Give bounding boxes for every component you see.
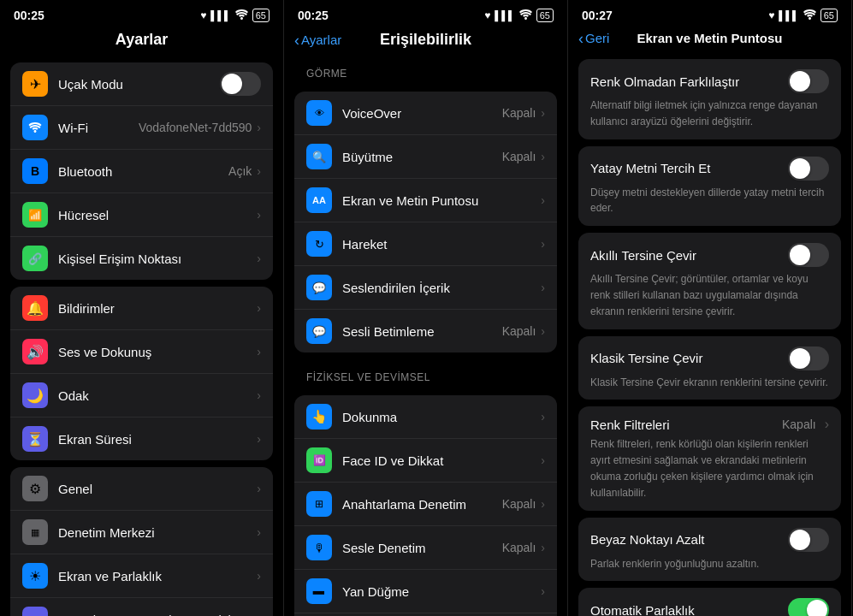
sound-icon: 🔊: [22, 339, 48, 364]
airplane-label: Uçak Modu: [58, 77, 220, 92]
row-smart-invert[interactable]: Akıllı Tersine Çevir Akıllı Tersine Çevi…: [578, 233, 841, 329]
scroll-area-3[interactable]: Renk Olmadan Farklılaştır Alternatif bil…: [568, 52, 851, 616]
display-label: Ekran ve Parlaklık: [58, 569, 257, 583]
airplane-toggle[interactable]: [220, 72, 261, 96]
status-icons-2: ♥ ▌▌▌ 65: [484, 9, 554, 22]
sidebutton-icon: ▐: [306, 578, 332, 604]
toggle-color-diff[interactable]: [788, 69, 829, 93]
group-prefer-horizontal: Yatay Metni Tercih Et Düşey metni destek…: [578, 146, 841, 227]
row-screentime[interactable]: ⏳ Ekran Süresi ›: [10, 418, 273, 460]
row-color-diff-header: Renk Olmadan Farklılaştır: [590, 69, 829, 93]
header-2: ‹ Ayarlar Erişilebilirlik: [284, 27, 567, 56]
header-1: Ayarlar: [0, 27, 283, 56]
toggle-classic-invert[interactable]: [788, 346, 829, 370]
homescreen-icon: ▦: [22, 607, 48, 616]
row-spoken[interactable]: 💬 Seslendirilen İçerik ›: [294, 266, 557, 310]
airplane-icon: ✈: [22, 71, 48, 97]
row-prefer-horiz-desc: Düşey metni destekleyen dillerde yatay m…: [590, 187, 824, 215]
row-faceid[interactable]: 🆔 Face ID ve Dikkat ›: [294, 439, 557, 483]
status-icons-3: ♥ ▌▌▌ 65: [768, 9, 838, 22]
row-color-filters-value: Kapalı: [782, 418, 816, 431]
row-color-diff[interactable]: Renk Olmadan Farklılaştır Alternatif bil…: [578, 59, 841, 139]
row-display[interactable]: ☀ Ekran ve Parlaklık ›: [10, 554, 273, 598]
hotspot-label: Kişisel Erişim Noktası: [58, 252, 257, 266]
page-title-2: Erişilebilirlik: [380, 31, 471, 49]
row-wifi[interactable]: Wi-Fi VodafoneNet-7dd590 ›: [10, 106, 273, 150]
row-touch[interactable]: 👆 Dokunma ›: [294, 395, 557, 439]
row-auto-brightness[interactable]: Otomatik Parlaklık Otomatik parlaklığı k…: [578, 588, 841, 616]
row-classic-invert[interactable]: Klasik Tersine Çevir Klasik Tersine Çevi…: [578, 336, 841, 400]
row-audiodesc[interactable]: 💬 Sesli Betimleme Kapalı ›: [294, 310, 557, 352]
status-bar-1: 00:25 ♥ ▌▌▌ 65: [0, 0, 283, 27]
focus-label: Odak: [58, 388, 257, 403]
group-color-differentiate: Renk Olmadan Farklılaştır Alternatif bil…: [578, 59, 841, 139]
group-smart-invert: Akıllı Tersine Çevir Akıllı Tersine Çevi…: [578, 233, 841, 329]
wifi-icon-1: [235, 9, 248, 22]
scroll-area-2[interactable]: GÖRME 👁 VoiceOver Kapalı › 🔍 Büyütme Kap…: [284, 56, 567, 616]
spoken-icon: 💬: [306, 275, 332, 300]
row-homescreen[interactable]: ▦ Ana Ekran ve Uygulama Arşivi ›: [10, 598, 273, 616]
time-1: 00:25: [14, 9, 44, 22]
wifi-label: Wi-Fi: [58, 121, 139, 135]
status-bar-3: 00:27 ♥ ▌▌▌ 65: [568, 0, 851, 27]
scroll-area-1[interactable]: ✈ Uçak Modu Wi-Fi VodafoneNet-7dd590 › B…: [0, 56, 283, 616]
row-zoom[interactable]: 🔍 Büyütme Kapalı ›: [294, 135, 557, 179]
voiceover-icon: 👁: [306, 100, 332, 126]
row-prefer-horiz[interactable]: Yatay Metni Tercih Et Düşey metni destek…: [578, 146, 841, 227]
row-hotspot[interactable]: 🔗 Kişisel Erişim Noktası ›: [10, 237, 273, 280]
row-switchaccess[interactable]: ⊞ Anahtarlama Denetim Kapalı ›: [294, 483, 557, 526]
battery-icon-2: 65: [536, 9, 554, 22]
back-chevron-3: ‹: [578, 31, 583, 46]
section-label-physical: FİZİKSEL VE DEVİMSEL: [284, 359, 567, 388]
row-voicecontrol[interactable]: 🎙 Sesle Denetim Kapalı ›: [294, 526, 557, 570]
row-reduce-white[interactable]: Beyaz Noktayı Azalt Parlak renklerin yoğ…: [578, 518, 841, 582]
row-auto-brightness-label: Otomatik Parlaklık: [590, 603, 695, 616]
toggle-smart-invert[interactable]: [788, 243, 829, 267]
wifi-icon-3: [803, 9, 816, 22]
row-sidebutton[interactable]: ▐ Yan Düğme ›: [294, 570, 557, 613]
row-color-filters[interactable]: Renk Filtreleri Kapalı › Renk filtreleri…: [578, 406, 841, 510]
row-focus[interactable]: 🌙 Odak ›: [10, 374, 273, 418]
row-motion[interactable]: ↻ Hareket ›: [294, 222, 557, 266]
toggle-auto-brightness[interactable]: [788, 598, 829, 616]
row-reduce-white-label: Beyaz Noktayı Azalt: [590, 532, 704, 547]
wifi-row-icon: [22, 115, 48, 140]
signal-icon-1: ▌▌▌: [210, 10, 230, 21]
row-airplane[interactable]: ✈ Uçak Modu: [10, 62, 273, 106]
row-general[interactable]: ⚙ Genel ›: [10, 467, 273, 511]
row-textsize[interactable]: AA Ekran ve Metin Puntosu ›: [294, 179, 557, 222]
row-voiceover[interactable]: 👁 VoiceOver Kapalı ›: [294, 92, 557, 135]
row-color-filters-desc: Renk filtreleri, renk körlüğü olan kişil…: [590, 438, 814, 498]
row-notifications[interactable]: 🔔 Bildirimler ›: [10, 287, 273, 330]
row-control[interactable]: ▦ Denetim Merkezi ›: [10, 511, 273, 554]
row-color-filters-label: Renk Filtreleri: [590, 418, 670, 432]
back-button-3[interactable]: ‹ Geri: [578, 31, 609, 46]
control-label: Denetim Merkezi: [58, 525, 257, 540]
row-sound[interactable]: 🔊 Ses ve Dokunuş ›: [10, 330, 273, 374]
row-prefer-horiz-label: Yatay Metni Tercih Et: [590, 161, 710, 175]
bluetooth-chevron: ›: [257, 164, 261, 178]
group-color-filters: Renk Filtreleri Kapalı › Renk filtreleri…: [578, 406, 841, 510]
bluetooth-value: Açık: [228, 164, 252, 178]
panel-display-text: 00:27 ♥ ▌▌▌ 65 ‹ Geri Ekran ve Metin Pun…: [568, 0, 852, 616]
back-label-3[interactable]: Geri: [585, 31, 609, 45]
back-button-2[interactable]: ‹ Ayarlar: [294, 33, 341, 48]
row-classic-invert-label: Klasik Tersine Çevir: [590, 351, 702, 365]
group-reduce-white: Beyaz Noktayı Azalt Parlak renklerin yoğ…: [578, 518, 841, 582]
toggle-prefer-horiz[interactable]: [788, 157, 829, 181]
battery-icon-3: 65: [820, 9, 838, 22]
bluetooth-icon: B: [22, 158, 48, 184]
section-label-vision: GÖRME: [284, 56, 567, 85]
zoom-value: Kapalı: [502, 150, 536, 163]
panel-accessibility: 00:25 ♥ ▌▌▌ 65 ‹ Ayarlar Erişilebilirlik…: [284, 0, 568, 616]
group-auto-brightness: Otomatik Parlaklık Otomatik parlaklığı k…: [578, 588, 841, 616]
back-label-2[interactable]: Ayarlar: [301, 33, 341, 47]
cellular-icon: 📶: [22, 202, 48, 228]
toggle-reduce-white[interactable]: [788, 528, 829, 552]
sound-label: Ses ve Dokunuş: [58, 345, 257, 359]
row-smart-invert-label: Akıllı Tersine Çevir: [590, 248, 696, 263]
row-bluetooth[interactable]: B Bluetooth Açık ›: [10, 150, 273, 193]
status-icons-1: ♥ ▌▌▌ 65: [200, 9, 270, 22]
row-cellular[interactable]: 📶 Hücresel ›: [10, 193, 273, 237]
motion-icon: ↻: [306, 231, 332, 257]
